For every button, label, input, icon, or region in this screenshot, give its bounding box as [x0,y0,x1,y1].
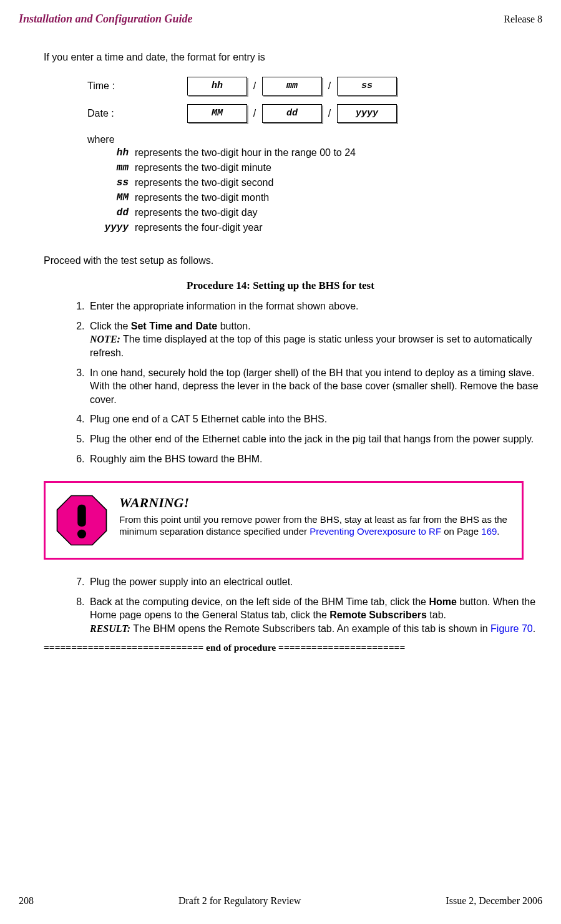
field-ss: ss [337,77,397,95]
warning-text: on Page [441,526,481,537]
warning-dot: . [497,526,499,537]
result-label: RESULT: [90,623,130,634]
warning-page-link[interactable]: 169 [481,526,497,537]
step-dot: . [533,623,535,634]
warning-link[interactable]: Preventing Overexposure to RF [310,526,441,537]
date-format-row: Date : MM / dd / yyyy [87,104,542,123]
footer-center: Draft 2 for Regulatory Review [178,895,301,907]
def-row: mmrepresents the two-digit minute [99,160,542,175]
page-number: 208 [19,895,34,907]
proceed-text: Proceed with the test setup as follows. [44,254,542,268]
separator: / [247,80,262,92]
separator: / [322,108,337,119]
step-1: Enter the appropriate information in the… [87,299,542,313]
def-row: MMrepresents the two-digit month [99,190,542,205]
def-desc: represents the two-digit hour in the ran… [135,145,542,160]
doc-title: Installation and Configuration Guide [19,12,193,26]
def-desc: represents the two-digit minute [135,160,542,175]
page-footer: 208 Draft 2 for Regulatory Review Issue … [19,895,542,907]
figure-link[interactable]: Figure 70 [490,623,533,634]
def-term: yyyy [99,220,135,235]
note-text: The time displayed at the top of this pa… [90,334,532,358]
step-text: Back at the computing device, on the lef… [90,596,429,607]
step-7: Plug the power supply into an electrical… [87,575,542,589]
step-3: In one hand, securely hold the top (larg… [87,366,542,407]
def-row: yyyyrepresents the four-digit year [99,220,542,235]
def-term: mm [99,160,135,175]
step-2: Click the Set Time and Date button. NOTE… [87,319,542,360]
step-text: Click the [90,321,131,331]
end-of-procedure: ============================= end of pro… [44,642,524,653]
procedure-list-part2: Plug the power supply into an electrical… [62,575,542,635]
tab-name: Remote Subscribers [329,610,427,620]
where-label: where [87,134,542,145]
page-header: Installation and Configuration Guide Rel… [19,12,542,26]
step-5: Plug the other end of the Ethernet cable… [87,432,542,446]
procedure-title: Procedure 14: Setting up the BHS for tes… [19,280,542,292]
intro-text: If you enter a time and date, the format… [44,51,542,64]
def-desc: represents the two-digit second [135,175,542,190]
field-MM: MM [187,104,247,123]
step-6: Roughly aim the BHS toward the BHM. [87,452,542,466]
warning-box: WARNING! From this point until you remov… [44,481,524,560]
time-format-row: Time : hh / mm / ss [87,77,542,95]
def-row: ddrepresents the two-digit day [99,205,542,220]
field-yyyy: yyyy [337,104,397,123]
button-name: Home [429,596,456,607]
button-name: Set Time and Date [131,321,217,331]
def-row: ssrepresents the two-digit second [99,175,542,190]
time-label: Time : [87,80,187,92]
step-8: Back at the computing device, on the lef… [87,595,542,636]
step-4: Plug one end of a CAT 5 Ethernet cable i… [87,412,542,426]
warning-title: WARNING! [119,494,512,512]
def-term: hh [99,145,135,160]
note-label: NOTE: [90,334,120,344]
warning-icon [56,494,108,547]
step-text: tab. [427,610,446,620]
svg-point-2 [77,530,86,538]
field-dd: dd [262,104,322,123]
date-label: Date : [87,108,187,119]
field-hh: hh [187,77,247,95]
def-desc: represents the two-digit month [135,190,542,205]
def-desc: represents the two-digit day [135,205,542,220]
def-desc: represents the four-digit year [135,220,542,235]
field-mm: mm [262,77,322,95]
separator: / [247,108,262,119]
release-label: Release 8 [504,14,542,25]
step-text: button. [217,321,250,331]
def-term: dd [99,205,135,220]
procedure-list-part1: Enter the appropriate information in the… [62,299,542,465]
where-block: where hhrepresents the two-digit hour in… [87,134,542,235]
svg-rect-1 [77,505,85,527]
def-row: hhrepresents the two-digit hour in the r… [99,145,542,160]
warning-body: WARNING! From this point until you remov… [119,494,512,538]
result-text: The BHM opens the Remote Subscribers tab… [130,623,490,634]
format-block: Time : hh / mm / ss Date : MM / dd / yyy… [87,77,542,123]
def-term: ss [99,175,135,190]
def-term: MM [99,190,135,205]
separator: / [322,80,337,92]
definitions: hhrepresents the two-digit hour in the r… [99,145,542,235]
footer-right: Issue 2, December 2006 [446,895,542,907]
